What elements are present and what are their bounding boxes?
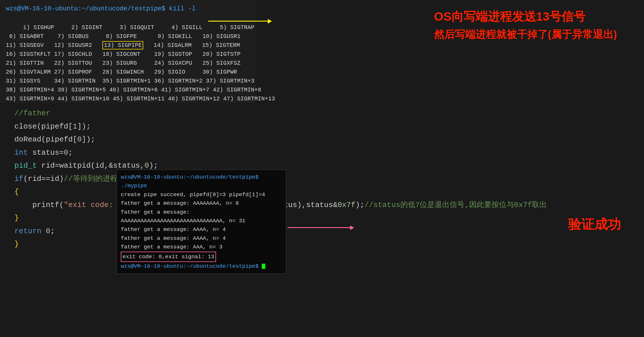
annotation-bottom-right: 验证成功	[568, 216, 621, 233]
bt-prompt: wzs@VM-16-10-ubuntu:~/ubuntucode/testpip…	[121, 174, 259, 189]
annotation-top-right: OS向写端进程发送13号信号 然后写端进程就被干掉了(属于异常退出)	[434, 9, 630, 42]
arrow-sigtrap	[208, 21, 272, 22]
code-line-3: doRead(pipefd[0]);	[14, 133, 400, 146]
bt-line-3: father get a message: AAAAAAAAAAAAAAAAAA…	[121, 208, 282, 225]
bt-line-1: create pipe succeed, pipefd[0]=3 pipefd[…	[121, 190, 282, 199]
arrow-exit-signal	[288, 227, 354, 228]
signal-row-6: 26) SIGVTALRM 27) SIGPROF 28) SIGWINCH 2…	[6, 69, 237, 75]
signal-row-5: 21) SIGTTIN 22) SIGTTOU 23) SIGURG 24) S…	[6, 60, 240, 66]
bt-prompt-line: wzs@VM-16-10-ubuntu:~/ubuntucode/testpip…	[121, 173, 282, 190]
top-terminal-prompt: wzs@VM-16-10-ubuntu:~/ubuntucode/testpip…	[6, 5, 250, 12]
signal-row-4: 16) SIGSTKFLT 17) SIGCHLD 18) SIGCONT 19…	[6, 51, 240, 58]
bt-line-5: father get a message: AAAA, n= 4	[121, 234, 282, 243]
code-line-1: //father	[14, 107, 400, 120]
signal-row-8: 38) SIGRTMIN+4 39) SIGRTMIN+5 40) SIGRTM…	[6, 87, 261, 93]
signal-row-2: 6) SIGABRT 7) SIGBUS 8) SIGFPE 9) SIGKIL…	[6, 33, 240, 40]
bt-prompt-end-line: wzs@VM-16-10-ubuntu:~/ubuntucode/testpip…	[121, 262, 282, 271]
bt-line-2: father get a message: AAAAAAAA, n= 8	[121, 199, 282, 208]
bt-cursor	[262, 264, 265, 269]
bt-line-6: father get a message: AAA, n= 3	[121, 243, 282, 251]
signal-row-9: 43) SIGRTMIN+9 44) SIGRTMIN+10 45) SIGRT…	[6, 95, 275, 102]
bt-line-4: father get a message: AAAA, n= 4	[121, 225, 282, 234]
sigpipe-highlight: 13) SIGPIPE	[102, 41, 143, 49]
signal-row-7: 31) SIGSYS 34) SIGRTMIN 35) SIGRTMIN+1 3…	[6, 78, 254, 84]
exit-line-highlight: exit code: 0,exit signal: 13	[121, 252, 216, 262]
signal-row-3: 11) SIGSEGV 12) SIGUSR2 13) SIGPIPE 14) …	[6, 41, 240, 49]
annotation-text-2: 然后写端进程就被干掉了(属于异常退出)	[434, 28, 630, 42]
bt-prompt-end: wzs@VM-16-10-ubuntu:~/ubuntucode/testpip…	[121, 263, 262, 269]
code-line-4: int status=0;	[14, 146, 400, 160]
bt-exit-line: exit code: 0,exit signal: 13	[121, 252, 282, 262]
annotation-text-1: OS向写端进程发送13号信号	[434, 9, 630, 25]
bottom-terminal: wzs@VM-16-10-ubuntu:~/ubuntucode/testpip…	[116, 170, 286, 274]
code-line-2: close(pipefd[1]);	[14, 120, 400, 133]
signal-row-1: 1) SIGHUP 2) SIGINT 3) SIGQUIT 4) SIGILL…	[20, 24, 254, 31]
